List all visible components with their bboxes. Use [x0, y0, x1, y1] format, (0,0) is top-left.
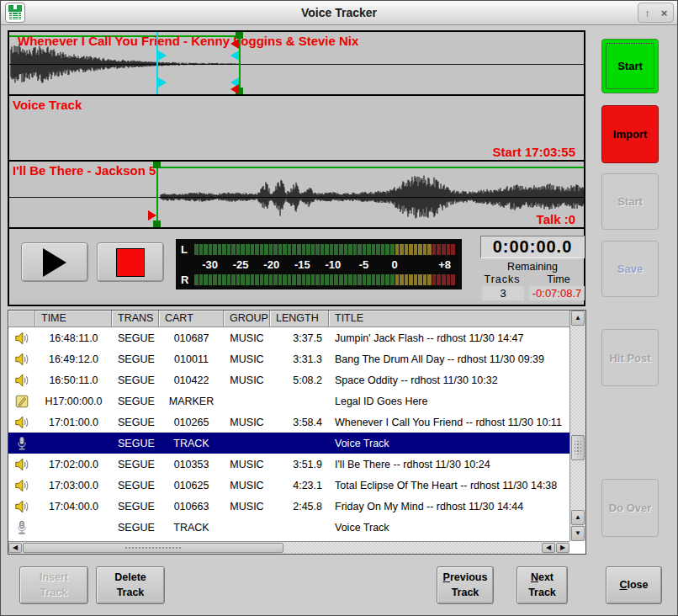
cell-time: 17:03:00.0: [35, 480, 112, 491]
cell-title: Friday On My Mind -- rdhost 11/30 14:44: [329, 501, 569, 512]
segue-marker-arrow[interactable]: [158, 50, 167, 61]
stop-button[interactable]: [97, 242, 164, 282]
import-button[interactable]: Import: [601, 105, 659, 163]
column-header-group[interactable]: GROUP: [224, 311, 270, 327]
meter-segment: [273, 244, 278, 255]
delete-track-button[interactable]: DeleteTrack: [96, 566, 165, 604]
meter-segment: [367, 244, 371, 255]
marker-handle[interactable]: [236, 32, 243, 39]
meter-segment: [199, 244, 204, 255]
meter-segment: [395, 244, 400, 255]
cell-trans: SEGUE: [112, 459, 159, 470]
start-record-button[interactable]: Start: [601, 39, 659, 93]
table-row[interactable]: 17:01:00.0SEGUE010265MUSIC3:58.4Whenever…: [8, 412, 569, 433]
start-playback-button[interactable]: Start: [601, 173, 659, 230]
column-header-cart[interactable]: CART: [159, 311, 224, 327]
table-row[interactable]: 16:50:11.0SEGUE010422MUSIC5:08.2Space Od…: [8, 369, 569, 390]
table-row[interactable]: 17:02:00.0SEGUE010353MUSIC3:51.9I'll Be …: [8, 454, 569, 475]
meter-segment: [204, 274, 208, 285]
next-track-button[interactable]: NextTrack: [516, 566, 568, 604]
cell-group: MUSIC: [224, 332, 270, 344]
save-button[interactable]: Save: [601, 241, 659, 297]
scroll-down-button[interactable]: ▼: [571, 526, 585, 541]
meter-segment: [311, 244, 315, 255]
meter-segment: [330, 244, 334, 255]
cell-cart: MARKER: [159, 396, 224, 407]
fade-marker-arrow[interactable]: [230, 84, 239, 94]
mic-icon: [8, 520, 35, 535]
horizontal-scroll-thumb[interactable]: [23, 543, 283, 553]
titlebar-buttons: ↑ ×: [638, 3, 674, 23]
close-button[interactable]: Close: [606, 566, 662, 604]
marker-icon: [8, 394, 35, 409]
scroll-left-button[interactable]: ◀: [8, 543, 22, 553]
vertical-scrollbar[interactable]: ▲ ▲ ▼: [569, 311, 585, 541]
meter-segment: [302, 274, 306, 285]
meter-segment: [288, 274, 292, 285]
meter-segment: [367, 274, 371, 285]
meter-segment: [255, 244, 259, 255]
cell-cart: 010265: [159, 417, 224, 428]
meter-segment: [288, 244, 292, 255]
waveform-panel-next-cart[interactable]: I'll Be There - Jackson 5 Talk :0: [9, 162, 584, 229]
cell-trans: SEGUE: [112, 480, 159, 491]
table-row[interactable]: H17:00:00.0SEGUEMARKERLegal ID Goes Here: [8, 390, 569, 412]
previous-track-button[interactable]: PreviousTrack: [437, 566, 494, 604]
speaker-icon: [8, 478, 35, 493]
table-row[interactable]: 16:48:11.0SEGUE010687MUSIC3:37.5Jumpin' …: [8, 327, 569, 348]
meter-segment: [246, 244, 250, 255]
table-row[interactable]: 17:04:00.0SEGUE010663MUSIC2:45.8Friday O…: [8, 496, 569, 517]
meter-segment: [213, 274, 217, 285]
button-label: Track: [452, 586, 479, 601]
column-header-trans[interactable]: TRANS: [112, 311, 159, 327]
titlebar[interactable]: Voice Tracker ↑ ×: [1, 1, 677, 25]
start-marker-arrow[interactable]: [148, 210, 156, 220]
speaker-icon: [8, 415, 35, 430]
waveform-panel-voice-track[interactable]: Voice Track Start 17:03:55: [9, 96, 584, 162]
meter-segment: [339, 274, 343, 285]
scroll-up-button[interactable]: ▲: [571, 311, 585, 326]
scroll-up-button-2[interactable]: ▲: [571, 510, 585, 525]
meter-segment: [447, 274, 451, 285]
cell-cart: TRACK: [159, 522, 224, 534]
shade-window-button[interactable]: ↑: [639, 4, 655, 21]
scroll-left-button-2[interactable]: ◀: [542, 543, 555, 553]
track-start-marker-line[interactable]: [156, 162, 158, 227]
meter-segment: [241, 274, 245, 285]
table-row[interactable]: SEGUETRACKVoice Track: [8, 433, 569, 454]
close-window-button[interactable]: ×: [656, 4, 672, 21]
column-header-title[interactable]: TITLE: [329, 311, 585, 327]
voice-tracker-window: Voice Tracker ↑ × Whenever I Cal: [0, 0, 678, 616]
meter-segment: [376, 244, 380, 255]
vertical-scroll-thumb[interactable]: [571, 435, 585, 460]
do-over-button[interactable]: Do Over: [601, 479, 659, 537]
button-label: Close: [619, 578, 648, 593]
hit-post-button[interactable]: Hit Post: [601, 329, 659, 386]
meter-scale-label: -15: [294, 258, 310, 271]
cell-time: 17:04:00.0: [35, 501, 112, 512]
fade-marker-arrow[interactable]: [230, 39, 239, 49]
segue-marker-arrow[interactable]: [158, 77, 167, 88]
mic-icon: [8, 436, 35, 451]
play-button[interactable]: [21, 242, 88, 282]
marker-handle[interactable]: [153, 162, 161, 168]
level-rubberband-line[interactable]: [156, 167, 584, 168]
table-row[interactable]: 17:03:00.0SEGUE010625MUSIC4:23.1Total Ec…: [8, 475, 569, 496]
waveform-panel-previous-cart[interactable]: Whenever I Call You Friend - Kenny Loggi…: [9, 32, 584, 96]
button-label: Start: [617, 195, 643, 208]
meter-segment: [405, 274, 409, 285]
column-header-length[interactable]: LENGTH: [270, 311, 329, 327]
meter-segment: [418, 274, 422, 285]
insert-track-button[interactable]: InsertTrack: [19, 566, 88, 604]
scroll-right-button[interactable]: ▶: [556, 543, 569, 553]
horizontal-scrollbar[interactable]: ◀ ◀ ▶: [8, 541, 569, 554]
marker-handle[interactable]: [153, 220, 161, 227]
column-header-time[interactable]: TIME: [35, 311, 112, 327]
meter-segment: [320, 244, 325, 255]
table-row[interactable]: SEGUETRACKVoice Track: [8, 517, 569, 538]
meter-segment: [432, 244, 437, 255]
table-row[interactable]: 16:49:12.0SEGUE010011MUSIC3:31.3Bang The…: [8, 348, 569, 369]
meter-segment: [348, 274, 352, 285]
column-header-icon[interactable]: [8, 311, 35, 327]
segue-end-marker-arrow[interactable]: [230, 50, 239, 61]
